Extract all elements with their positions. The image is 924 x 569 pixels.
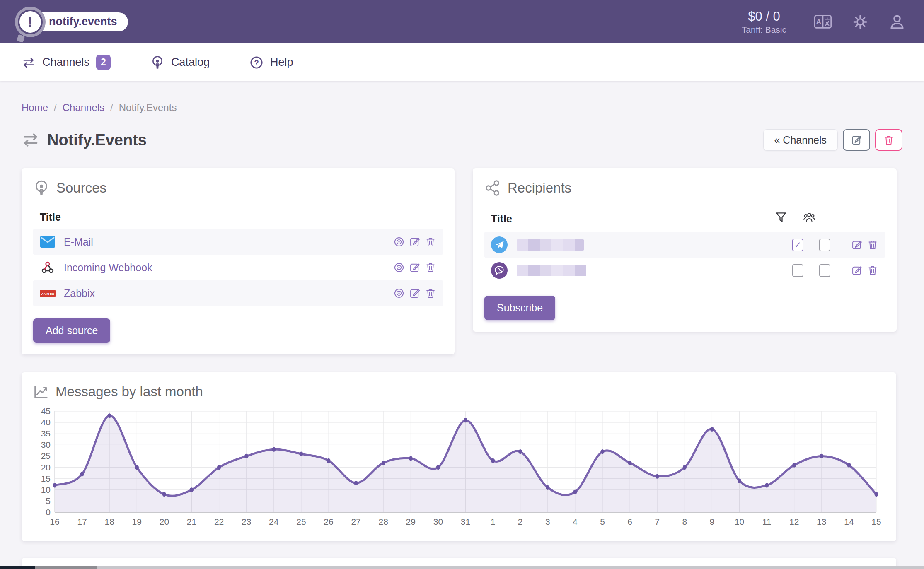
- nav-channels-label: Channels: [42, 56, 89, 69]
- svg-text:2: 2: [518, 517, 523, 526]
- logo-mark-circle: !: [15, 7, 46, 37]
- svg-text:19: 19: [132, 517, 142, 526]
- edit-icon: [409, 262, 421, 273]
- chart-header: Messages by last month: [33, 384, 885, 400]
- page-content: Home / Channels / Notify.Events Notify.E…: [0, 102, 924, 569]
- group-users-icon[interactable]: [802, 211, 816, 226]
- svg-text:7: 7: [655, 517, 660, 526]
- sources-title: Sources: [56, 180, 106, 196]
- delete-source-button[interactable]: [425, 287, 436, 299]
- source-link[interactable]: E-Mail: [64, 236, 93, 248]
- settings-gear-icon[interactable]: [852, 14, 868, 30]
- recipients-col-title: Title: [491, 213, 512, 225]
- source-row-email: E-Mail: [33, 229, 443, 255]
- add-source-button[interactable]: Add source: [33, 318, 110, 343]
- svg-text:45: 45: [41, 406, 51, 416]
- edit-source-button[interactable]: [409, 287, 421, 299]
- svg-text:18: 18: [105, 517, 114, 526]
- svg-text:14: 14: [844, 517, 854, 526]
- email-icon: [40, 236, 56, 248]
- svg-text:22: 22: [214, 517, 224, 526]
- subscribe-checkbox[interactable]: ✓: [819, 239, 830, 251]
- source-link[interactable]: Incoming Webhook: [64, 262, 152, 274]
- svg-text:35: 35: [41, 429, 51, 438]
- view-source-button[interactable]: [393, 287, 405, 299]
- channel-exchange-icon: [22, 131, 40, 149]
- page-root: ! notify.events $0 / 0 Tariff: Basic Cha…: [0, 0, 924, 569]
- svg-text:24: 24: [269, 517, 279, 526]
- nav-channels[interactable]: Channels 2: [22, 55, 111, 70]
- svg-text:29: 29: [406, 517, 416, 526]
- delete-recipient-button[interactable]: [867, 239, 878, 251]
- header-right: $0 / 0 Tariff: Basic: [742, 9, 906, 35]
- bottom-scroll-strip[interactable]: [0, 566, 924, 569]
- svg-text:21: 21: [187, 517, 196, 526]
- delete-source-button[interactable]: [425, 236, 436, 248]
- catalog-podcast-icon: [150, 55, 164, 70]
- breadcrumb-channels[interactable]: Channels: [63, 102, 104, 113]
- recipient-name-redacted: [517, 239, 584, 251]
- svg-text:5: 5: [600, 517, 605, 526]
- sources-col-header: Title: [33, 208, 443, 229]
- sources-card: Sources Title E-Mail Inc: [22, 168, 455, 354]
- edit-channel-button[interactable]: [843, 129, 870, 151]
- svg-text:15: 15: [41, 474, 51, 483]
- recipients-header: Recipients: [484, 180, 885, 196]
- trash-icon: [425, 236, 436, 248]
- svg-text:ZABBIX: ZABBIX: [41, 292, 54, 296]
- title-actions: « Channels: [763, 129, 902, 151]
- view-source-button[interactable]: [393, 236, 405, 248]
- edit-recipient-button[interactable]: [851, 239, 863, 251]
- svg-text:0: 0: [46, 507, 51, 517]
- title-row: Notify.Events « Channels: [22, 129, 902, 151]
- channels-count-badge: 2: [96, 55, 111, 70]
- edit-recipient-button[interactable]: [851, 265, 863, 276]
- language-icon[interactable]: [814, 14, 832, 29]
- user-profile-icon[interactable]: [888, 13, 906, 31]
- trash-icon: [867, 239, 878, 251]
- recipient-name-redacted: [517, 265, 586, 276]
- subscribe-checkbox[interactable]: ✓: [819, 264, 830, 277]
- viber-icon: [491, 262, 508, 279]
- svg-text:25: 25: [296, 517, 306, 526]
- breadcrumb-home[interactable]: Home: [22, 102, 48, 113]
- delete-source-button[interactable]: [425, 262, 436, 273]
- subscribe-button[interactable]: Subscribe: [484, 296, 555, 320]
- edit-source-button[interactable]: [409, 262, 421, 273]
- breadcrumb-current: Notify.Events: [119, 102, 177, 113]
- filter-checkbox[interactable]: ✓: [792, 239, 803, 251]
- filter-icon[interactable]: [775, 211, 787, 226]
- source-link[interactable]: Zabbix: [64, 287, 95, 299]
- eye-icon: [393, 287, 405, 299]
- logo-exclamation: !: [19, 11, 41, 33]
- messages-line-chart: 0510152025303540451617181920212223242526…: [33, 405, 885, 528]
- sources-header: Sources: [33, 180, 443, 196]
- view-source-button[interactable]: [393, 262, 405, 273]
- edit-source-button[interactable]: [409, 236, 421, 248]
- svg-text:4: 4: [573, 517, 578, 526]
- nav-catalog[interactable]: Catalog: [150, 55, 210, 70]
- scroll-thumb-dark: [0, 566, 35, 569]
- telegram-icon: [491, 236, 508, 253]
- edit-icon: [851, 239, 863, 251]
- delete-channel-button[interactable]: [875, 129, 902, 151]
- svg-text:31: 31: [461, 517, 470, 526]
- nav-help[interactable]: Help: [249, 55, 293, 70]
- svg-text:16: 16: [50, 517, 59, 526]
- svg-text:9: 9: [710, 517, 715, 526]
- back-to-channels-button[interactable]: « Channels: [763, 129, 838, 151]
- recipients-title: Recipients: [508, 180, 571, 196]
- svg-text:11: 11: [762, 517, 772, 526]
- help-question-icon: [249, 55, 264, 70]
- eye-icon: [393, 262, 405, 273]
- filter-checkbox[interactable]: ✓: [792, 264, 803, 277]
- svg-text:10: 10: [41, 485, 51, 494]
- svg-text:23: 23: [242, 517, 251, 526]
- balance-block[interactable]: $0 / 0 Tariff: Basic: [742, 9, 786, 35]
- nav-help-label: Help: [270, 56, 293, 69]
- app-logo[interactable]: ! notify.events: [15, 3, 128, 41]
- svg-text:6: 6: [627, 517, 632, 526]
- cards-row: Sources Title E-Mail Inc: [22, 168, 902, 354]
- delete-recipient-button[interactable]: [867, 265, 878, 276]
- svg-text:26: 26: [324, 517, 333, 526]
